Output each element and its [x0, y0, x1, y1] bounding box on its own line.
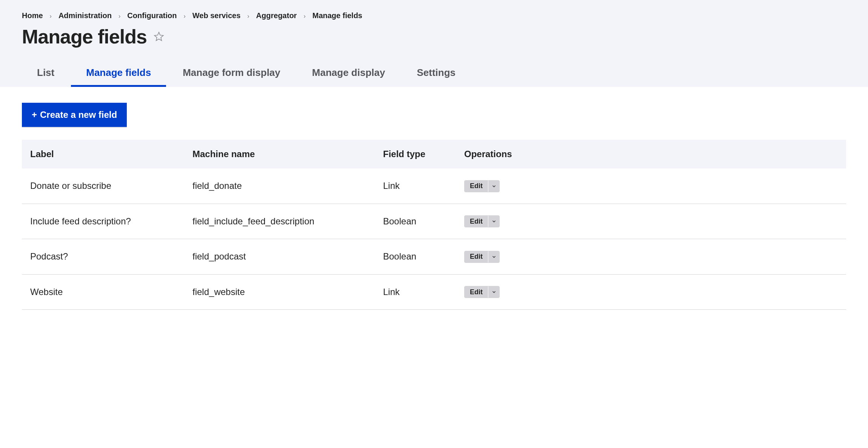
dropbutton-toggle[interactable]: [488, 181, 499, 192]
table-row: Include feed description? field_include_…: [22, 204, 846, 239]
chevron-down-icon: [491, 254, 497, 260]
breadcrumb-home[interactable]: Home: [22, 11, 43, 20]
cell-operations: Edit: [456, 239, 846, 275]
cell-field-type: Link: [375, 274, 456, 310]
chevron-right-icon: ›: [303, 13, 305, 20]
dropbutton: Edit: [464, 215, 500, 227]
table-row: Website field_website Link Edit: [22, 274, 846, 310]
tabs: List Manage fields Manage form display M…: [22, 61, 846, 87]
table-header-row: Label Machine name Field type Operations: [22, 140, 846, 168]
dropbutton-toggle[interactable]: [488, 216, 499, 227]
chevron-right-icon: ›: [183, 13, 185, 20]
cell-field-type: Link: [375, 168, 456, 204]
tab-settings[interactable]: Settings: [417, 61, 456, 87]
dropbutton: Edit: [464, 251, 500, 263]
th-operations: Operations: [456, 140, 846, 168]
cell-machine-name: field_website: [184, 274, 375, 310]
table-row: Donate or subscribe field_donate Link Ed…: [22, 168, 846, 204]
cell-machine-name: field_podcast: [184, 239, 375, 275]
table-row: Podcast? field_podcast Boolean Edit: [22, 239, 846, 275]
chevron-right-icon: ›: [247, 13, 249, 20]
page-title-row: Manage fields: [22, 25, 846, 48]
th-label: Label: [22, 140, 184, 168]
svg-marker-0: [154, 32, 163, 40]
cell-label: Podcast?: [22, 239, 184, 275]
create-new-field-button[interactable]: + Create a new field: [22, 103, 127, 127]
chevron-right-icon: ›: [50, 13, 52, 20]
header-region: Home › Administration › Configuration › …: [0, 0, 868, 87]
cell-field-type: Boolean: [375, 239, 456, 275]
cell-label: Include feed description?: [22, 204, 184, 239]
edit-button[interactable]: Edit: [465, 251, 488, 263]
edit-button[interactable]: Edit: [465, 286, 488, 298]
edit-button[interactable]: Edit: [465, 181, 488, 192]
breadcrumb: Home › Administration › Configuration › …: [22, 11, 846, 25]
dropbutton: Edit: [464, 286, 500, 298]
breadcrumb-manage-fields[interactable]: Manage fields: [312, 11, 362, 20]
cell-machine-name: field_donate: [184, 168, 375, 204]
th-machine-name: Machine name: [184, 140, 375, 168]
tab-manage-form-display[interactable]: Manage form display: [183, 61, 280, 87]
breadcrumb-configuration[interactable]: Configuration: [127, 11, 177, 20]
tab-manage-fields[interactable]: Manage fields: [86, 61, 151, 87]
cell-label: Website: [22, 274, 184, 310]
cell-operations: Edit: [456, 274, 846, 310]
cell-operations: Edit: [456, 204, 846, 239]
tab-list[interactable]: List: [37, 61, 54, 87]
create-new-field-label: Create a new field: [40, 110, 117, 120]
th-field-type: Field type: [375, 140, 456, 168]
content-region: + Create a new field Label Machine name …: [0, 87, 868, 326]
chevron-down-icon: [491, 219, 497, 224]
dropbutton: Edit: [464, 180, 500, 192]
cell-field-type: Boolean: [375, 204, 456, 239]
plus-icon: +: [32, 110, 37, 120]
dropbutton-toggle[interactable]: [488, 251, 499, 263]
breadcrumb-web-services[interactable]: Web services: [192, 11, 241, 20]
cell-operations: Edit: [456, 168, 846, 204]
breadcrumb-aggregator[interactable]: Aggregator: [256, 11, 297, 20]
breadcrumb-administration[interactable]: Administration: [58, 11, 112, 20]
chevron-down-icon: [491, 289, 497, 295]
chevron-down-icon: [491, 184, 497, 189]
cell-machine-name: field_include_feed_description: [184, 204, 375, 239]
fields-table: Label Machine name Field type Operations…: [22, 140, 846, 310]
page-title: Manage fields: [22, 25, 147, 48]
chevron-right-icon: ›: [119, 13, 120, 20]
dropbutton-toggle[interactable]: [488, 286, 499, 298]
star-icon[interactable]: [154, 31, 164, 42]
tab-manage-display[interactable]: Manage display: [312, 61, 385, 87]
cell-label: Donate or subscribe: [22, 168, 184, 204]
edit-button[interactable]: Edit: [465, 216, 488, 227]
